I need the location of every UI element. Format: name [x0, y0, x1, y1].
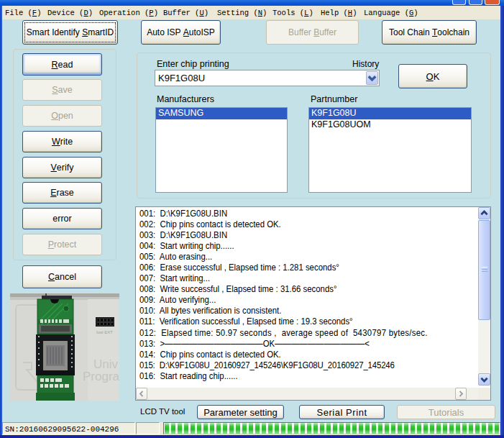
- svg-text:Progra: Progra: [83, 370, 119, 383]
- svg-text:IusI EXT: IusI EXT: [96, 330, 113, 334]
